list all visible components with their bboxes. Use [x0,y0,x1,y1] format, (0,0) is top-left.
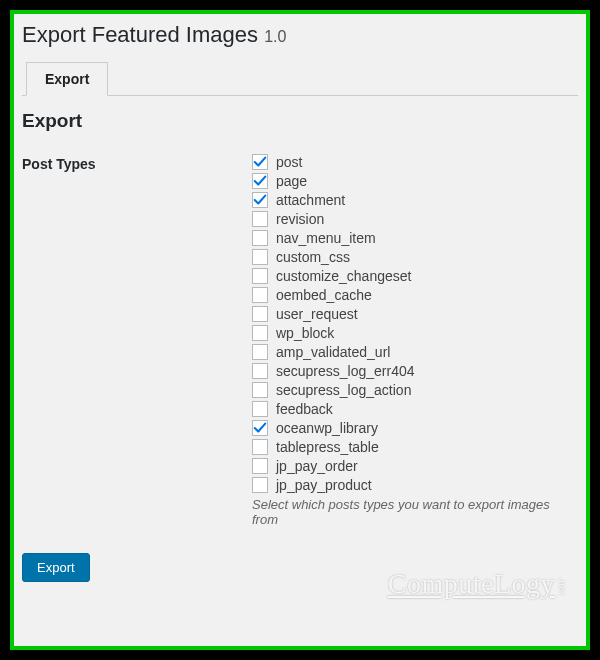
checkbox-oembed_cache[interactable] [252,287,268,303]
checkbox-label-nav_menu_item: nav_menu_item [276,230,376,246]
checkbox-label-custom_css: custom_css [276,249,350,265]
checkbox-row-secupress_log_action[interactable]: secupress_log_action [252,382,578,398]
checkbox-label-post: post [276,154,302,170]
checkbox-label-jp_pay_order: jp_pay_order [276,458,358,474]
checkbox-tablepress_table[interactable] [252,439,268,455]
checkbox-label-feedback: feedback [276,401,333,417]
checkbox-row-jp_pay_product[interactable]: jp_pay_product [252,477,578,493]
checkbox-revision[interactable] [252,211,268,227]
checkbox-row-attachment[interactable]: attachment [252,192,578,208]
checkbox-page[interactable] [252,173,268,189]
checkbox-label-oceanwp_library: oceanwp_library [276,420,378,436]
checkbox-jp_pay_product[interactable] [252,477,268,493]
checkbox-customize_changeset[interactable] [252,268,268,284]
checkbox-label-oembed_cache: oembed_cache [276,287,372,303]
field-label-post-types: Post Types [22,154,252,172]
checkbox-label-secupress_log_action: secupress_log_action [276,382,411,398]
checkbox-label-amp_validated_url: amp_validated_url [276,344,390,360]
checkbox-row-revision[interactable]: revision [252,211,578,227]
checkbox-label-secupress_log_err404: secupress_log_err404 [276,363,415,379]
checkbox-attachment[interactable] [252,192,268,208]
checkbox-row-secupress_log_err404[interactable]: secupress_log_err404 [252,363,578,379]
checkbox-label-customize_changeset: customize_changeset [276,268,411,284]
watermark: ComputeLogy.net [388,568,568,600]
checkbox-label-revision: revision [276,211,324,227]
outer-frame: Export Featured Images 1.0 Export Export… [0,0,600,660]
checkbox-row-amp_validated_url[interactable]: amp_validated_url [252,344,578,360]
checkbox-amp_validated_url[interactable] [252,344,268,360]
export-button-label: Export [37,560,75,575]
checkbox-label-wp_block: wp_block [276,325,334,341]
checkbox-custom_css[interactable] [252,249,268,265]
content-panel: Export Featured Images 1.0 Export Export… [10,10,590,650]
checkbox-row-wp_block[interactable]: wp_block [252,325,578,341]
checkbox-row-jp_pay_order[interactable]: jp_pay_order [252,458,578,474]
checkbox-user_request[interactable] [252,306,268,322]
checkbox-label-attachment: attachment [276,192,345,208]
checkbox-row-nav_menu_item[interactable]: nav_menu_item [252,230,578,246]
checkbox-secupress_log_action[interactable] [252,382,268,398]
tab-export-label: Export [45,71,89,87]
tab-wrapper: Export [22,62,578,96]
checkbox-feedback[interactable] [252,401,268,417]
checkbox-row-feedback[interactable]: feedback [252,401,578,417]
checkbox-row-customize_changeset[interactable]: customize_changeset [252,268,578,284]
checkbox-secupress_log_err404[interactable] [252,363,268,379]
checkbox-oceanwp_library[interactable] [252,420,268,436]
export-button[interactable]: Export [22,553,90,582]
checkbox-label-jp_pay_product: jp_pay_product [276,477,372,493]
checkbox-row-custom_css[interactable]: custom_css [252,249,578,265]
page-title-text: Export Featured Images [22,22,258,47]
version-text: 1.0 [264,28,286,45]
checkbox-jp_pay_order[interactable] [252,458,268,474]
checkbox-label-user_request: user_request [276,306,358,322]
checkbox-label-tablepress_table: tablepress_table [276,439,379,455]
checkbox-row-page[interactable]: page [252,173,578,189]
watermark-text: ComputeLogy [388,568,555,599]
section-heading: Export [22,110,578,132]
checkbox-row-post[interactable]: post [252,154,578,170]
checkbox-row-tablepress_table[interactable]: tablepress_table [252,439,578,455]
field-content-post-types: postpageattachmentrevisionnav_menu_itemc… [252,154,578,527]
watermark-suffix: .net [557,577,568,596]
form-row-post-types: Post Types postpageattachmentrevisionnav… [22,154,578,527]
checkbox-post[interactable] [252,154,268,170]
checkbox-wp_block[interactable] [252,325,268,341]
tab-export[interactable]: Export [26,62,108,96]
page-title: Export Featured Images 1.0 [22,20,578,48]
help-text: Select which posts types you want to exp… [252,497,578,527]
checkbox-label-page: page [276,173,307,189]
checkbox-nav_menu_item[interactable] [252,230,268,246]
checkbox-row-oceanwp_library[interactable]: oceanwp_library [252,420,578,436]
checkbox-row-user_request[interactable]: user_request [252,306,578,322]
checkbox-row-oembed_cache[interactable]: oembed_cache [252,287,578,303]
